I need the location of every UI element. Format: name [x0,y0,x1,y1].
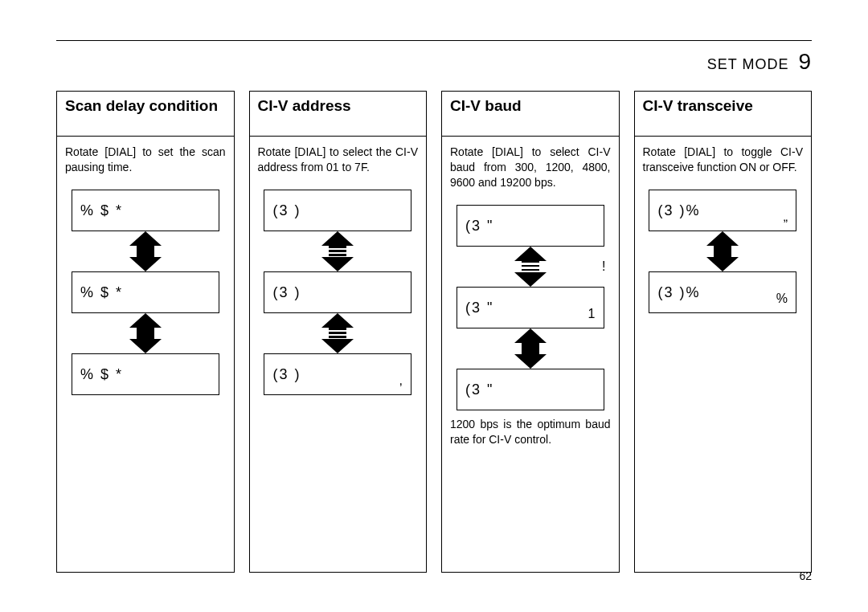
option-label: % $ * [80,201,123,220]
option-box: % $ * [72,190,219,231]
col-body: Rotate [DIAL] to toggle CI-V transceive … [635,137,812,572]
option-box: (3 " [457,369,604,410]
option-value: , [399,372,403,390]
col-desc: Rotate [DIAL] to select the CI-V address… [258,145,419,175]
col-scan-delay: Scan delay condition Rotate [DIAL] to se… [56,91,235,573]
option-box: % $ * [72,353,219,395]
arrow-updown-icon [129,231,162,271]
col-civ-address: CI-V address Rotate [DIAL] to select the… [249,91,428,573]
col-civ-baud: CI-V baud Rotate [DIAL] to select CI-V b… [441,91,620,573]
arrow-updown-icon [129,313,162,353]
arrow-side-label: ! [602,258,605,275]
col-title: Scan delay condition [57,92,234,137]
option-label: (3 )% [657,283,700,302]
option-value: „ [784,208,788,226]
option-label: (3 " [465,298,493,317]
top-rule [56,40,812,41]
page-number: 62 [799,569,812,582]
option-value: % [776,290,788,308]
arrow-updown-stripe-icon [321,231,354,271]
option-label: (3 " [465,380,493,399]
col-desc: Rotate [DIAL] to toggle CI-V transceive … [643,145,804,175]
col-desc: Rotate [DIAL] to select CI-V baud from 3… [450,145,611,190]
option-box: (3 ) [264,190,411,231]
col-body: Rotate [DIAL] to set the scan pausing ti… [57,137,234,572]
option-stack: (3 " ! (3 " 1 (3 " [450,205,611,410]
option-box: (3 )% „ [649,190,796,231]
col-body: Rotate [DIAL] to select the CI-V address… [250,137,427,572]
columns-container: Scan delay condition Rotate [DIAL] to se… [56,91,812,573]
option-box: (3 ) [264,271,411,313]
option-stack: (3 ) (3 ) (3 ) , [258,190,419,395]
page: SET MODE 9 Scan delay condition Rotate [… [0,0,868,597]
arrow-updown-stripe-icon: ! [457,247,604,287]
col-civ-transceive: CI-V transceive Rotate [DIAL] to toggle … [634,91,813,573]
page-header: SET MODE 9 [56,49,812,91]
option-label: (3 )% [657,201,700,220]
col-title: CI-V address [250,92,427,137]
option-stack: % $ * % $ * % $ * [65,190,226,395]
option-box: (3 ) , [264,353,411,395]
col-body: Rotate [DIAL] to select CI-V baud from 3… [442,137,619,572]
section-title: SET MODE [707,56,789,72]
option-box: (3 )% % [649,271,796,313]
col-note: 1200 bps is the optimum baud rate for CI… [450,417,611,447]
option-label: (3 ) [272,365,301,384]
col-title: CI-V baud [442,92,619,137]
chapter-number: 9 [798,49,812,74]
option-box: % $ * [72,271,219,313]
arrow-updown-stripe-icon [321,313,354,353]
option-value: 1 [588,305,596,323]
option-stack: (3 )% „ (3 )% % [643,190,804,313]
col-desc: Rotate [DIAL] to set the scan pausing ti… [65,145,226,175]
option-label: (3 ) [272,283,301,302]
option-box: (3 " 1 [457,287,604,328]
col-title: CI-V transceive [635,92,812,137]
option-label: % $ * [80,283,123,302]
option-label: % $ * [80,365,123,384]
arrow-updown-icon [706,231,739,271]
option-box: (3 " [457,205,604,247]
option-label: (3 ) [272,201,301,220]
arrow-updown-icon [514,328,547,369]
option-label: (3 " [465,216,493,235]
